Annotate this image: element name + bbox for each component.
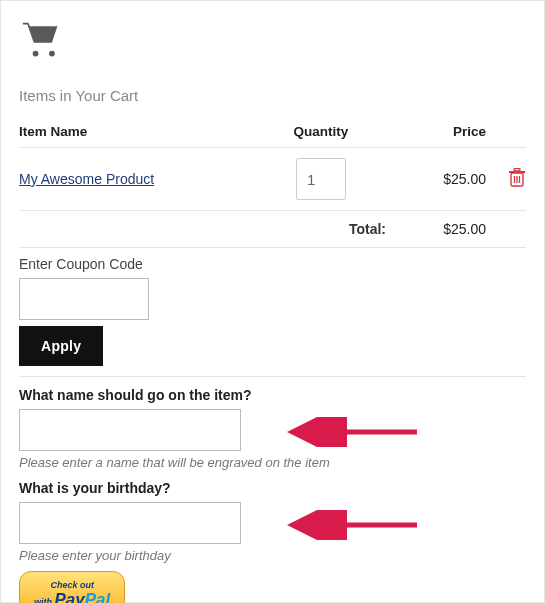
- checkout-text-2: with: [34, 597, 52, 603]
- total-value: $25.00: [386, 211, 486, 248]
- paypal-pal: Pal: [85, 590, 111, 603]
- cart-table: Item Name Quantity Price My Awesome Prod…: [19, 118, 526, 248]
- arrow-annotation-icon: [277, 510, 427, 540]
- table-row: My Awesome Product $25.00: [19, 148, 526, 211]
- field-help: Please enter your birthday: [19, 548, 526, 563]
- col-actions: [486, 118, 526, 148]
- paypal-pay: Pay: [55, 590, 85, 603]
- svg-point-1: [49, 51, 55, 57]
- field-label: What is your birthday?: [19, 480, 526, 496]
- trash-icon[interactable]: [508, 168, 526, 191]
- checkout-area: Check out with PayPal MC VISA AMEX DISC …: [19, 571, 526, 603]
- quantity-input[interactable]: [296, 158, 346, 200]
- col-price: Price: [386, 118, 486, 148]
- custom-field-birthday: What is your birthday? Please enter your…: [19, 480, 526, 563]
- cart-icon: [19, 19, 526, 63]
- cart-title: Items in Your Cart: [19, 87, 526, 104]
- col-quantity: Quantity: [256, 118, 386, 148]
- col-item-name: Item Name: [19, 118, 256, 148]
- paypal-checkout-button[interactable]: Check out with PayPal: [19, 571, 125, 603]
- product-link[interactable]: My Awesome Product: [19, 171, 154, 187]
- arrow-annotation-icon: [277, 417, 427, 447]
- coupon-input[interactable]: [19, 278, 149, 320]
- total-label: Total:: [256, 211, 386, 248]
- birthday-input[interactable]: [19, 502, 241, 544]
- custom-field-name: What name should go on the item? Please …: [19, 387, 526, 470]
- name-input[interactable]: [19, 409, 241, 451]
- field-help: Please enter a name that will be engrave…: [19, 455, 526, 470]
- svg-rect-4: [514, 168, 520, 171]
- apply-button[interactable]: Apply: [19, 326, 103, 366]
- price-cell: $25.00: [386, 148, 486, 211]
- checkout-text-1: Check out: [50, 580, 94, 590]
- coupon-label: Enter Coupon Code: [19, 256, 526, 272]
- cart-panel: Items in Your Cart Item Name Quantity Pr…: [0, 0, 545, 603]
- divider: [19, 376, 526, 377]
- total-row: Total: $25.00: [19, 211, 526, 248]
- field-label: What name should go on the item?: [19, 387, 526, 403]
- svg-point-0: [33, 51, 39, 57]
